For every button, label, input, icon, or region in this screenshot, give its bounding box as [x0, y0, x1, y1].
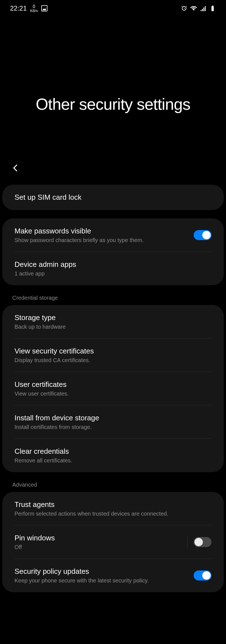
item-title: User certificates [15, 380, 211, 389]
passwords-admin-card: Make passwords visible Show password cha… [2, 218, 224, 285]
credential-storage-header: Credential storage [0, 294, 226, 305]
device-admin-apps-item[interactable]: Device admin apps 1 active app [2, 252, 224, 285]
advanced-header: Advanced [0, 480, 226, 492]
item-subtitle: Off [15, 544, 187, 550]
storage-type-item[interactable]: Storage type Back up to hardware [2, 305, 224, 338]
item-subtitle: Show password characters briefly as you … [15, 237, 194, 243]
signal-icon [200, 5, 206, 12]
item-subtitle: Perform selected actions when trusted de… [15, 511, 211, 517]
back-icon [11, 164, 20, 172]
item-subtitle: Keep your phone secure with the latest s… [15, 577, 194, 584]
user-certificates-item[interactable]: User certificates View user certificates… [2, 372, 224, 405]
item-title: Pin windows [15, 534, 187, 542]
item-subtitle: Display trusted CA certificates. [15, 357, 211, 364]
passwords-visible-toggle[interactable] [194, 230, 211, 240]
sim-card-lock-item[interactable]: Set up SIM card lock [2, 185, 224, 210]
security-policy-toggle[interactable] [194, 570, 211, 580]
item-title: Security policy updates [15, 567, 194, 576]
item-title: Trust agents [15, 500, 211, 509]
item-subtitle: Remove all certificates. [15, 457, 211, 464]
sim-lock-card: Set up SIM card lock [2, 185, 224, 210]
page-title: Other security settings [11, 95, 215, 113]
item-title: Device admin apps [15, 260, 211, 269]
item-subtitle: Back up to hardware [15, 324, 211, 330]
back-button[interactable] [0, 113, 226, 185]
status-bar: 22:21 0 KB/s [0, 0, 226, 17]
item-title: Set up SIM card lock [15, 193, 211, 202]
battery-icon [209, 5, 216, 12]
status-time: 22:21 [10, 4, 27, 12]
view-security-certificates-item[interactable]: View security certificates Display trust… [2, 338, 224, 372]
picture-icon [41, 5, 47, 11]
pin-windows-toggle[interactable] [194, 537, 211, 547]
credential-storage-card: Storage type Back up to hardware View se… [2, 305, 224, 472]
divider [187, 536, 187, 548]
item-title: View security certificates [15, 347, 211, 355]
trust-agents-item[interactable]: Trust agents Perform selected actions wh… [2, 492, 224, 525]
status-right [181, 5, 216, 12]
clear-credentials-item[interactable]: Clear credentials Remove all certificate… [2, 439, 224, 472]
item-subtitle: Install certificates from storage. [15, 424, 211, 430]
item-title: Storage type [15, 313, 211, 322]
item-subtitle: 1 active app [15, 270, 211, 277]
status-left: 22:21 0 KB/s [10, 4, 47, 13]
item-title: Clear credentials [15, 447, 211, 456]
item-subtitle: View user certificates. [15, 391, 211, 397]
make-passwords-visible-item[interactable]: Make passwords visible Show password cha… [2, 218, 224, 252]
install-from-storage-item[interactable]: Install from device storage Install cert… [2, 405, 224, 439]
security-policy-updates-item[interactable]: Security policy updates Keep your phone … [2, 559, 224, 592]
pin-windows-item[interactable]: Pin windows Off [2, 525, 224, 559]
item-title: Install from device storage [15, 414, 211, 422]
wifi-icon [190, 5, 197, 12]
item-title: Make passwords visible [15, 227, 194, 235]
network-speed: 0 KB/s [30, 4, 38, 13]
alarm-icon [181, 5, 187, 12]
advanced-card: Trust agents Perform selected actions wh… [2, 492, 224, 592]
page-header: Other security settings [0, 17, 226, 113]
